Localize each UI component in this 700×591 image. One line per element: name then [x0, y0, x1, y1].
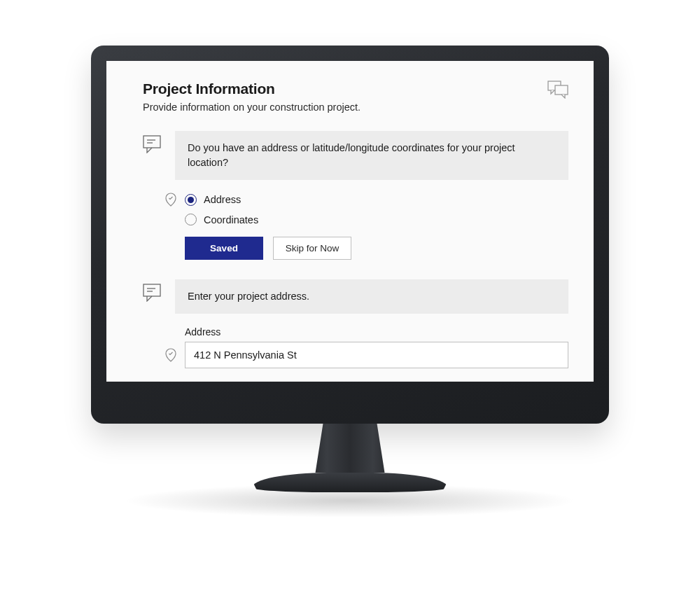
question-1-buttons: Saved Skip for Now [185, 237, 568, 260]
monitor-frame: Project Information Provide information … [91, 46, 609, 517]
monitor-base [252, 473, 448, 492]
svg-rect-5 [144, 284, 160, 296]
question-2-prompt: Enter your project address. [175, 279, 568, 314]
address-field-block: Address [164, 326, 568, 368]
app-content: Project Information Provide information … [106, 61, 594, 368]
header-text: Project Information Provide information … [143, 81, 360, 131]
screen: Project Information Provide information … [106, 61, 594, 382]
page-subtitle: Provide information on your construction… [143, 102, 360, 113]
radio-address-label: Address [204, 194, 241, 205]
address-field-row [164, 342, 568, 368]
chat-icon[interactable] [547, 81, 568, 99]
radio-coordinates-label: Coordinates [204, 214, 258, 225]
svg-rect-1 [555, 85, 568, 95]
map-pin-icon [164, 193, 178, 207]
address-input[interactable] [185, 342, 568, 368]
monitor-neck [312, 424, 388, 473]
radio-address[interactable] [185, 194, 197, 206]
location-type-options: Address Coordinates [164, 193, 568, 225]
question-1-row: Do you have an address or latitude/longi… [143, 131, 568, 180]
map-pin-icon [164, 348, 178, 362]
saved-button[interactable]: Saved [185, 237, 263, 260]
header-row: Project Information Provide information … [143, 81, 568, 131]
option-address-row: Address [164, 193, 568, 207]
option-coordinates-row: Coordinates [164, 214, 568, 225]
address-field-label: Address [185, 326, 568, 338]
question-2-row: Enter your project address. [143, 279, 568, 314]
speech-bubble-icon [143, 135, 162, 156]
monitor-bezel: Project Information Provide information … [91, 46, 609, 424]
radio-coordinates[interactable] [185, 214, 197, 225]
svg-rect-2 [144, 136, 160, 148]
speech-bubble-icon [143, 284, 162, 305]
page-title: Project Information [143, 81, 360, 97]
question-1-prompt: Do you have an address or latitude/longi… [175, 131, 568, 180]
skip-button[interactable]: Skip for Now [273, 237, 351, 260]
